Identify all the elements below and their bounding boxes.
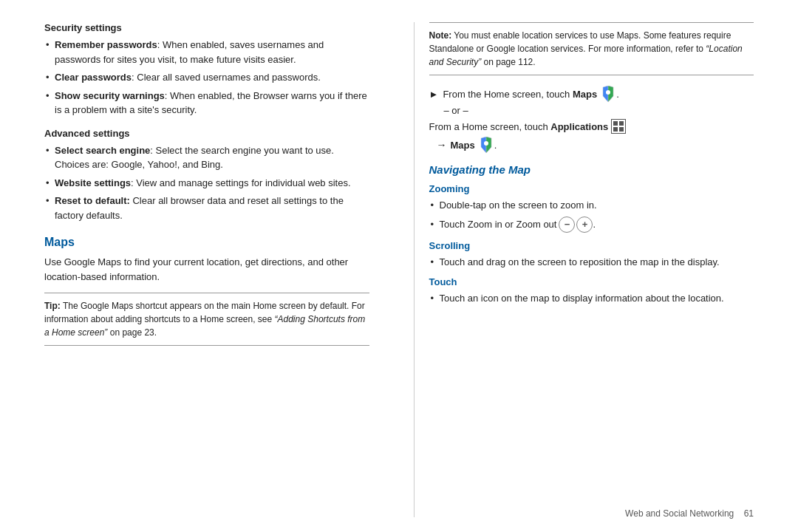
- zoom-text: Touch Zoom in or Zoom out: [440, 217, 557, 232]
- step1-line: ► From the Home screen, touch Maps .: [429, 86, 754, 102]
- list-item: Touch an icon on the map to display info…: [429, 291, 754, 306]
- maps-icon2-svg: [478, 137, 494, 153]
- zoom-in-icon: +: [576, 216, 593, 233]
- item-bold: Reset to default:: [55, 195, 130, 206]
- scrolling-list: Touch and drag on the screen to repositi…: [429, 255, 754, 270]
- note-text: You must enable location services to use…: [429, 30, 732, 54]
- footer-page: 61: [744, 508, 754, 519]
- security-settings-heading: Security settings: [44, 22, 369, 33]
- zooming-list: Double-tap on the screen to zoom in. Tou…: [429, 198, 754, 233]
- touch-heading: Touch: [429, 276, 754, 287]
- svg-point-5: [484, 141, 488, 146]
- step1-bold: Maps: [573, 89, 597, 100]
- advanced-list: Select search engine: Select the search …: [44, 143, 369, 223]
- maps-section-heading: Maps: [44, 236, 369, 249]
- zooming-heading: Zooming: [429, 183, 754, 194]
- note-label: Note:: [429, 30, 452, 41]
- or-line: – or –: [444, 105, 754, 116]
- list-item: Double-tap on the screen to zoom in.: [429, 198, 754, 213]
- list-item: Clear passwords: Clear all saved usernam…: [44, 70, 369, 85]
- scrolling-heading: Scrolling: [429, 240, 754, 251]
- step1-period: .: [616, 89, 619, 100]
- step3-text: From a Home screen, touch: [429, 121, 548, 132]
- left-column: Security settings Remember passwords: Wh…: [44, 22, 384, 517]
- item-bold: Website settings: [55, 177, 131, 188]
- item-bold: Remember passwords: [55, 39, 157, 50]
- step3-bold: Applications: [550, 121, 608, 132]
- item-bold: Select search engine: [55, 145, 150, 156]
- step4-arrow: →: [437, 139, 447, 151]
- advanced-settings-heading: Advanced settings: [44, 128, 369, 139]
- touch-list: Touch an icon on the map to display info…: [429, 291, 754, 306]
- applications-icon: [611, 119, 626, 134]
- security-list: Remember passwords: When enabled, saves …: [44, 38, 369, 117]
- list-item: Remember passwords: When enabled, saves …: [44, 38, 369, 66]
- list-item: Reset to default: Clear all browser data…: [44, 194, 369, 222]
- footer-text: Web and Social Networking: [625, 508, 734, 519]
- list-item: Touch and drag on the screen to repositi…: [429, 255, 754, 270]
- list-item: Touch Zoom in or Zoom out − + .: [429, 216, 754, 233]
- page-footer: Web and Social Networking 61: [625, 508, 754, 519]
- tip-page: on page 23.: [107, 327, 157, 338]
- step4-bold: Maps: [451, 140, 475, 151]
- zoom-icons: − +: [559, 216, 593, 233]
- list-item: Show security warnings: When enabled, th…: [44, 89, 369, 117]
- step1-arrow: ►: [429, 89, 439, 100]
- maps-icon: [600, 86, 616, 102]
- apps-grid-icon: [613, 121, 624, 132]
- svg-point-2: [606, 90, 610, 95]
- list-item: Select search engine: Select the search …: [44, 143, 369, 172]
- item-bold: Show security warnings: [55, 90, 165, 101]
- note-box: Note: You must enable location services …: [429, 22, 754, 75]
- item-bold: Clear passwords: [55, 72, 132, 83]
- right-column: Note: You must enable location services …: [414, 22, 754, 517]
- step4-line: → Maps .: [437, 137, 754, 153]
- step4-period: .: [494, 140, 497, 151]
- tip-label: Tip:: [44, 301, 61, 311]
- item-text: : Clear all saved usernames and password…: [132, 72, 321, 83]
- zoom-out-icon: −: [559, 216, 575, 233]
- zoom-period: .: [593, 217, 596, 232]
- note-page: on page 112.: [481, 57, 535, 67]
- navigating-map-heading: Navigating the Map: [429, 163, 754, 176]
- maps-description: Use Google Maps to find your current loc…: [44, 255, 369, 284]
- maps-icon-svg: [600, 86, 616, 102]
- tip-box: Tip: The Google Maps shortcut appears on…: [44, 293, 369, 346]
- step1-text: From the Home screen, touch: [443, 89, 570, 100]
- list-item: Website settings: View and manage settin…: [44, 176, 369, 191]
- maps-icon2: [478, 137, 494, 153]
- step3-line: From a Home screen, touch Applications: [429, 119, 754, 134]
- item-text: : View and manage settings for individua…: [131, 177, 350, 188]
